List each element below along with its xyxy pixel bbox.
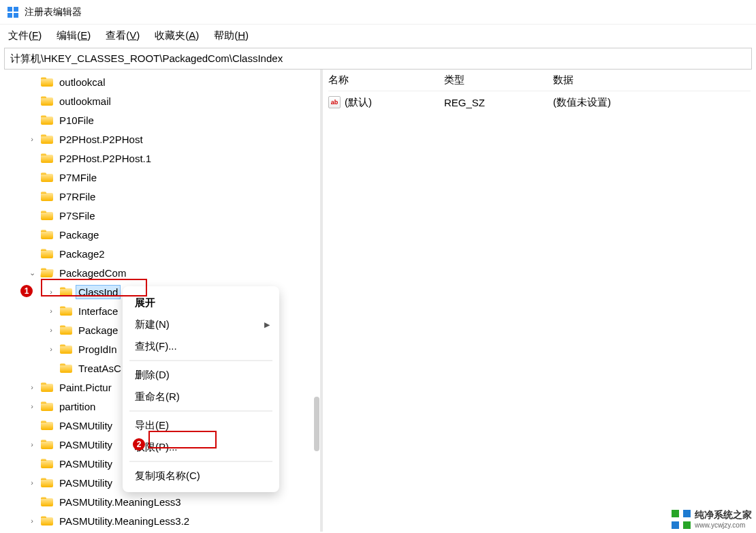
titlebar: 注册表编辑器 [0, 0, 756, 25]
folder-icon [41, 421, 53, 430]
expander-blank: · [27, 192, 37, 200]
folder-icon [41, 115, 53, 125]
chevron-right-icon[interactable]: › [27, 402, 37, 410]
value-row[interactable]: ab (默认) REG_SZ (数值未设置) [328, 91, 751, 113]
folder-icon [41, 172, 53, 182]
tree-item-P7SFile[interactable]: ·P7SFile [5, 206, 320, 225]
svg-rect-2 [7, 13, 12, 18]
chevron-right-icon[interactable]: › [46, 345, 56, 353]
annotation-1: 1 [20, 285, 33, 297]
tree-item-outlookcal[interactable]: ·outlookcal [5, 72, 320, 91]
content-area: ·outlookcal·outlookmail·P10File›P2PHost.… [0, 70, 756, 532]
expander-blank: · [27, 459, 37, 468]
tree-item-label: P10File [57, 114, 96, 127]
tree-item-label: P7SFile [57, 209, 97, 222]
tree-item-label: PASMUtility [57, 419, 114, 432]
tree-item-P7MFile[interactable]: ·P7MFile [5, 168, 320, 187]
annotation-2: 2 [133, 438, 145, 451]
tree-item-label: PASMUtility [57, 476, 114, 489]
tree-item-label: Interface [76, 305, 120, 318]
cm-separator [129, 461, 272, 462]
expander-blank: · [27, 78, 37, 86]
tree-item-label: outlookmail [57, 95, 113, 108]
cm-separator [129, 360, 272, 361]
folder-icon [41, 268, 53, 277]
folder-icon [41, 459, 53, 468]
chevron-right-icon[interactable]: › [27, 478, 37, 487]
cm-delete[interactable]: 删除(D) [123, 364, 279, 386]
tree-item-PASMUtility.MeaningLess3.2[interactable]: ›PASMUtility.MeaningLess3.2 [5, 511, 320, 530]
value-data: (数值未设置) [553, 96, 751, 109]
folder-icon [41, 134, 53, 144]
cm-find[interactable]: 查找(F)... [123, 335, 279, 357]
menu-view[interactable]: 查看(V) [106, 29, 140, 42]
chevron-right-icon[interactable]: › [27, 383, 37, 391]
watermark: 纯净系统之家 www.ycwjzy.com [672, 509, 752, 529]
tree-item-label: PASMUtility.MeaningLess3 [57, 496, 183, 508]
folder-icon [41, 192, 53, 201]
tree-item-Package[interactable]: ·Package [5, 225, 320, 244]
chevron-right-icon[interactable]: › [27, 440, 37, 448]
tree-item-label: PASMUtility [57, 438, 114, 451]
chevron-right-icon[interactable]: › [27, 135, 37, 143]
tree-item-outlookmail[interactable]: ·outlookmail [5, 91, 320, 110]
cm-new[interactable]: 新建(N)▶ [123, 314, 279, 335]
context-menu: 展开 新建(N)▶ 查找(F)... 删除(D) 重命名(R) 导出(E) 权限… [123, 286, 279, 492]
tree-item-label: PASMUtility.MeaningLess3.2 [57, 515, 191, 528]
svg-rect-1 [14, 7, 18, 12]
col-header-data[interactable]: 数据 [553, 74, 751, 87]
folder-icon [41, 497, 53, 506]
folder-icon [41, 77, 53, 87]
chevron-right-icon[interactable]: › [46, 307, 56, 315]
folder-icon [60, 325, 72, 335]
menu-help[interactable]: 帮助(H) [214, 29, 249, 42]
expander-blank: · [27, 97, 37, 105]
tree-item-label: PackagedCom [57, 266, 128, 279]
tree-item-P7RFile[interactable]: ·P7RFile [5, 187, 320, 206]
tree-scroll-thumb[interactable] [314, 397, 319, 451]
tree-item-P10File[interactable]: ·P10File [5, 110, 320, 130]
cm-copy-key-name[interactable]: 复制项名称(C) [123, 465, 279, 487]
menu-file[interactable]: 文件(F) [8, 29, 42, 42]
tree-item-label: Paint.Pictur [57, 381, 114, 394]
menu-edit[interactable]: 编辑(E) [57, 29, 91, 42]
chevron-right-icon[interactable]: › [27, 517, 37, 525]
svg-rect-3 [14, 13, 18, 18]
value-type: REG_SZ [444, 97, 553, 108]
expander-blank: · [27, 173, 37, 181]
values-header: 名称 类型 数据 [328, 70, 751, 91]
col-header-type[interactable]: 类型 [444, 74, 553, 87]
tree-item-P2PHost.P2PHost.1[interactable]: ·P2PHost.P2PHost.1 [5, 149, 320, 168]
tree-item-label: P7RFile [57, 190, 97, 203]
svg-rect-0 [7, 7, 12, 12]
expander-blank: · [27, 249, 37, 258]
expander-blank: · [27, 421, 37, 429]
tree-item-PASMUtility.MeaningLess3[interactable]: ·PASMUtility.MeaningLess3 [5, 492, 320, 511]
folder-icon [41, 211, 53, 220]
tree-item-label: TreatAsC [76, 362, 123, 375]
expander-blank: · [27, 498, 37, 506]
values-panel: 名称 类型 数据 ab (默认) REG_SZ (数值未设置) [323, 70, 756, 532]
regedit-app-icon [7, 6, 19, 18]
chevron-right-icon[interactable]: › [46, 326, 56, 334]
folder-icon [41, 516, 53, 526]
chevron-down-icon[interactable]: ⌄ [27, 269, 37, 277]
chevron-right-icon: ▶ [264, 320, 270, 329]
expander-blank: · [27, 116, 37, 124]
tree-item-label: PASMUtility [57, 457, 114, 470]
tree-item-label: Package [76, 324, 120, 337]
menu-favorites[interactable]: 收藏夹(A) [155, 29, 199, 42]
address-path: 计算机\HKEY_CLASSES_ROOT\PackagedCom\ClassI… [5, 52, 288, 65]
tree-item-label: outlookcal [57, 76, 108, 89]
expander-blank: · [46, 364, 56, 372]
folder-icon [41, 401, 53, 411]
tree-item-P2PHost.P2PHost[interactable]: ›P2PHost.P2PHost [5, 130, 320, 149]
address-bar[interactable]: 计算机\HKEY_CLASSES_ROOT\PackagedCom\ClassI… [4, 48, 752, 70]
col-header-name[interactable]: 名称 [328, 74, 444, 87]
string-value-icon: ab [328, 96, 341, 108]
cm-rename[interactable]: 重命名(R) [123, 386, 279, 408]
expander-blank: · [27, 154, 37, 162]
tree-item-Package2[interactable]: ·Package2 [5, 244, 320, 263]
tree-item-label: P7MFile [57, 171, 99, 184]
menubar: 文件(F) 编辑(E) 查看(V) 收藏夹(A) 帮助(H) [0, 25, 756, 46]
